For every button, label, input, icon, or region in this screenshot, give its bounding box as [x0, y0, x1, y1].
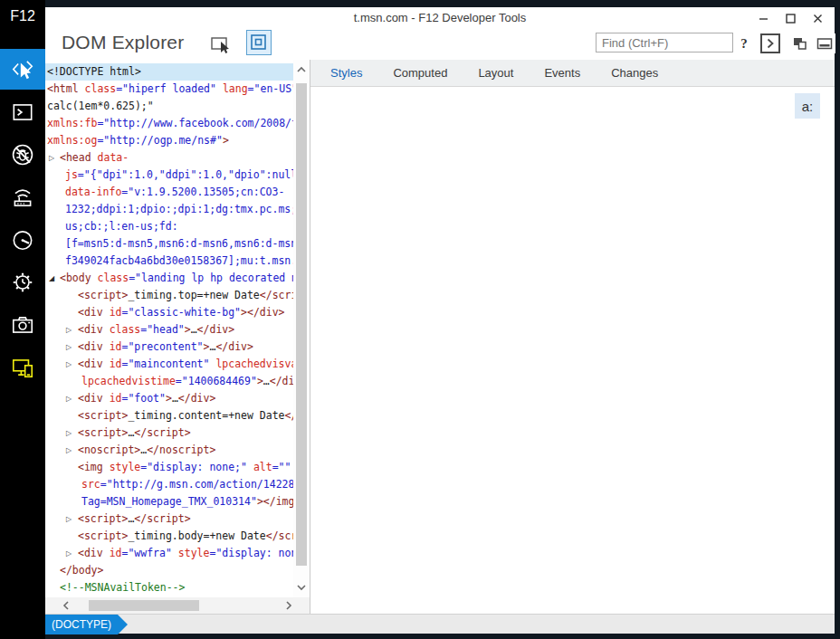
- help-button[interactable]: ?: [735, 33, 753, 53]
- code-line[interactable]: f349024facb4a6bd30e0158367];mu:t.msn.co: [45, 253, 294, 270]
- scroll-down-icon[interactable]: [293, 579, 310, 596]
- expand-arrow-icon[interactable]: ▷: [66, 424, 72, 442]
- scroll-left-icon[interactable]: [58, 597, 74, 614]
- code-token: [103, 306, 110, 319]
- code-token: f349024facb4a6bd30e0158367];mu:t.msn.co: [65, 254, 294, 267]
- expand-arrow-icon[interactable]: ▷: [66, 442, 72, 459]
- code-line[interactable]: 1232;ddpi:1;dpio:;dpi:1;dg:tmx.pc.ms;th: [45, 201, 294, 218]
- vertical-scrollbar[interactable]: [293, 60, 310, 597]
- code-token: <script>: [78, 426, 128, 439]
- f12-logo: F12: [0, 0, 45, 33]
- code-line[interactable]: Tag=MSN_Homepage_TMX_010314"></img>: [45, 493, 294, 510]
- tool-tabs: [0, 49, 45, 387]
- tab-changes[interactable]: Changes: [611, 66, 658, 80]
- sidebar-item-debugger[interactable]: [0, 134, 45, 175]
- code-line[interactable]: ▷<script>…</script>: [45, 510, 294, 528]
- sidebar-item-emulation[interactable]: [0, 347, 45, 387]
- scroll-up-icon[interactable]: [293, 62, 310, 78]
- unpin-icon: [790, 33, 810, 53]
- dock-button[interactable]: [814, 33, 835, 53]
- code-line[interactable]: ▷<head data-: [45, 149, 294, 167]
- code-line[interactable]: ▷<div id="foot">…</div>: [45, 390, 294, 407]
- select-element-button[interactable]: [208, 33, 234, 55]
- breadcrumb-doctype[interactable]: (DOCTYPE): [45, 615, 128, 634]
- tab-styles[interactable]: Styles: [330, 66, 362, 80]
- code-line[interactable]: [f=msn5:d-msn5,msn6:d-msn6,msn6:d-msn6,: [45, 235, 294, 253]
- main-area: <!DOCTYPE html><html class="hiperf loade…: [45, 60, 835, 614]
- scroll-right-icon[interactable]: [281, 597, 297, 614]
- code-token: ="hiperf loaded": [116, 82, 216, 95]
- code-line[interactable]: ◢<body class="landing lp hp decorated ms: [45, 270, 294, 287]
- code-line[interactable]: </body>: [45, 562, 294, 579]
- code-line[interactable]: xmlns:fb="http://www.facebook.com/2008/f…: [45, 115, 294, 132]
- code-line[interactable]: ▷<script>…</script>: [45, 424, 294, 442]
- sidebar-item-performance[interactable]: [0, 219, 45, 260]
- code-token: class: [98, 272, 129, 284]
- unpin-button[interactable]: [789, 33, 811, 53]
- tab-layout[interactable]: Layout: [478, 66, 513, 80]
- expand-arrow-icon[interactable]: ▷: [66, 356, 72, 373]
- code-line[interactable]: <!DOCTYPE html>: [45, 63, 294, 81]
- code-token: ="v:1.9.5200.13505;cn:CO3-: [121, 186, 284, 198]
- find-input[interactable]: [596, 33, 733, 52]
- code-line[interactable]: src="http://g.msn.com/action/1422825: [45, 476, 294, 493]
- code-token: [103, 547, 110, 559]
- code-line[interactable]: us;cb:;l:en-us;fd:: [45, 218, 294, 235]
- code-line[interactable]: <!--MSNAvailToken-->: [45, 579, 294, 596]
- code-token: lang: [223, 82, 248, 95]
- code-line[interactable]: xmlns:og="http://ogp.me/ns#">: [45, 132, 294, 149]
- sidebar-item-network[interactable]: [0, 176, 45, 217]
- code-token: <div: [78, 358, 103, 370]
- pseudo-state-toggle[interactable]: a:: [795, 93, 820, 119]
- tab-computed[interactable]: Computed: [393, 66, 447, 80]
- close-button[interactable]: [804, 7, 831, 29]
- sidebar-item-memory[interactable]: [0, 262, 45, 302]
- code-token: id: [110, 392, 122, 405]
- code-line[interactable]: data-info="v:1.9.5200.13505;cn:CO3-: [45, 184, 294, 201]
- code-line[interactable]: <script>_timing.content=+new Date</s: [45, 407, 294, 424]
- code-token: [172, 547, 178, 559]
- code-token: <div: [78, 323, 103, 336]
- code-line[interactable]: ▷<noscript>…</noscript>: [45, 442, 294, 459]
- maximize-button[interactable]: [777, 7, 804, 29]
- expand-arrow-icon[interactable]: ▷: [66, 339, 72, 356]
- code-line[interactable]: ▷<div id="wwfra" style="display: none: [45, 545, 294, 562]
- code-line[interactable]: ▷<div class="head">…</div>: [45, 321, 294, 339]
- expand-arrow-icon[interactable]: ▷: [66, 510, 72, 528]
- code-line[interactable]: <script>_timing.body=+new Date</scri: [45, 528, 294, 545]
- code-line[interactable]: js="{"dpi":1.0,"ddpi":1.0,"dpio":null,": [45, 167, 294, 184]
- horizontal-scrollbar[interactable]: [45, 597, 310, 614]
- code-token: >: [185, 323, 191, 336]
- select-element-icon: [209, 33, 233, 56]
- code-token: </div>: [197, 323, 235, 336]
- code-line[interactable]: <html class="hiperf loaded" lang="en-US": [45, 81, 294, 98]
- code-line[interactable]: lpcachedvistime="1400684469">…</div>: [45, 373, 294, 390]
- code-line[interactable]: <img style="display: none;" alt="": [45, 459, 294, 476]
- expand-arrow-icon[interactable]: ▷: [66, 390, 72, 407]
- collapse-arrow-icon[interactable]: ◢: [49, 270, 54, 287]
- vertical-scroll-thumb[interactable]: [296, 83, 307, 566]
- sidebar-item-ui-responsiveness[interactable]: [0, 304, 45, 345]
- highlight-elements-button[interactable]: [246, 30, 272, 55]
- code-line[interactable]: ▷<div id="precontent">…</div>: [45, 339, 294, 356]
- code-token: [91, 151, 98, 164]
- code-token: ="http://www.facebook.com/2008/fb: [97, 117, 294, 129]
- code-token: …: [172, 392, 178, 405]
- code-token: <noscript>: [78, 443, 140, 456]
- code-line[interactable]: calc(1em*0.625);": [45, 98, 294, 115]
- code-token: </body>: [60, 564, 103, 577]
- expand-arrow-icon[interactable]: ▷: [49, 149, 54, 167]
- horizontal-scroll-thumb[interactable]: [89, 600, 199, 611]
- code-line[interactable]: <div id="classic-white-bg"></div>: [45, 304, 294, 321]
- expand-arrow-icon[interactable]: ▷: [66, 321, 72, 339]
- sidebar-item-console[interactable]: [0, 91, 45, 132]
- minimize-button[interactable]: [749, 7, 777, 29]
- expand-arrow-icon[interactable]: ▷: [66, 545, 72, 562]
- tab-events[interactable]: Events: [544, 66, 580, 80]
- code-line[interactable]: ▷<div id="maincontent" lpcachedvisval: [45, 356, 294, 373]
- code-token: ="maincontent": [122, 358, 210, 370]
- sidebar-item-dom-explorer[interactable]: [0, 49, 45, 90]
- console-popup-button[interactable]: [760, 33, 780, 53]
- code-line[interactable]: <script>_timing.top=+new Date</scrip: [45, 287, 294, 304]
- code-token: ="classic-white-bg": [122, 306, 242, 319]
